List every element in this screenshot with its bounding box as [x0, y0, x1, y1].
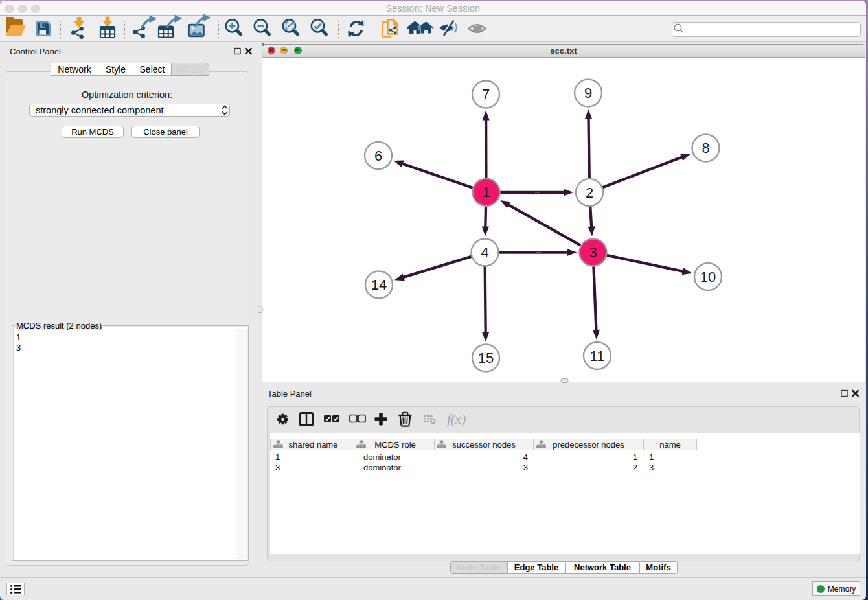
svg-text:11: 11 [590, 348, 605, 364]
svg-text:7: 7 [482, 86, 490, 102]
svg-text:14: 14 [371, 277, 387, 293]
svg-text:6: 6 [374, 148, 382, 164]
svg-text:2: 2 [586, 185, 593, 201]
svg-text:3: 3 [589, 244, 597, 260]
svg-text:1: 1 [482, 184, 490, 200]
svg-text:15: 15 [478, 350, 494, 366]
svg-text:10: 10 [700, 269, 716, 285]
svg-text:4: 4 [481, 244, 488, 260]
svg-text:8: 8 [702, 140, 709, 156]
svg-text:9: 9 [584, 85, 592, 101]
